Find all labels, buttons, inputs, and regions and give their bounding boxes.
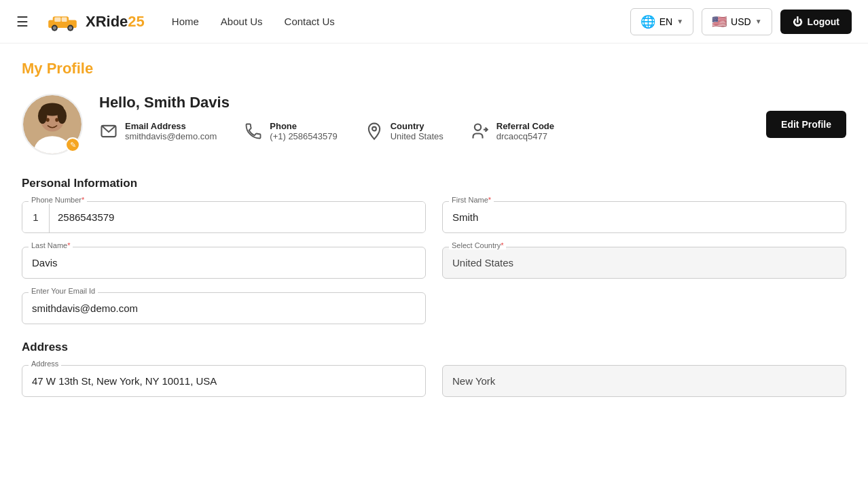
address-form-row: Address bbox=[22, 365, 846, 397]
navbar-actions: 🌐 EN ▼ 🇺🇸 USD ▼ ⏻ Logout bbox=[630, 8, 852, 35]
last-name-group: Last Name* bbox=[22, 247, 426, 279]
address-section: Address Address bbox=[22, 341, 846, 397]
currency-chevron-icon: ▼ bbox=[755, 18, 762, 25]
country-label: Country bbox=[391, 121, 444, 131]
profile-meta: Email Address smithdavis@demo.com Phone … bbox=[99, 121, 750, 141]
phone-label: Phone bbox=[270, 121, 337, 131]
email-meta-item: Email Address smithdavis@demo.com bbox=[99, 121, 217, 141]
country-value: United States bbox=[391, 131, 444, 141]
nav-links: Home About Us Contact Us bbox=[172, 16, 619, 27]
referral-meta-text: Referral Code drcaocq5477 bbox=[496, 121, 554, 141]
avatar-badge: ✎ bbox=[65, 137, 80, 152]
nav-about[interactable]: About Us bbox=[221, 16, 263, 27]
email-group: Enter Your Email Id bbox=[22, 292, 426, 324]
profile-name: Hello, Smith Davis bbox=[99, 94, 750, 111]
menu-icon[interactable]: ☰ bbox=[16, 14, 29, 30]
first-name-label: First Name* bbox=[449, 196, 494, 204]
email-field-label: Enter Your Email Id bbox=[29, 287, 98, 295]
phone-number-group: Phone Number* 1 bbox=[22, 201, 426, 233]
svg-point-7 bbox=[69, 26, 72, 29]
email-meta-text: Email Address smithdavis@demo.com bbox=[125, 121, 217, 141]
edit-profile-button[interactable]: Edit Profile bbox=[766, 111, 846, 138]
logo-car-icon bbox=[45, 12, 80, 32]
email-value: smithdavis@demo.com bbox=[125, 131, 217, 141]
currency-flag: 🇺🇸 bbox=[712, 14, 727, 29]
page-title: My Profile bbox=[22, 60, 846, 77]
email-icon bbox=[99, 122, 118, 141]
power-icon: ⏻ bbox=[793, 16, 802, 27]
personal-info-title: Personal Information bbox=[22, 177, 846, 190]
location-icon bbox=[365, 122, 384, 141]
form-row-1: Phone Number* 1 First Name* bbox=[22, 201, 846, 233]
referral-meta-item: Referral Code drcaocq5477 bbox=[471, 121, 554, 141]
address-label: Address bbox=[29, 360, 61, 368]
address-group: Address bbox=[22, 365, 426, 397]
phone-meta-text: Phone (+1) 2586543579 bbox=[270, 121, 337, 141]
email-input[interactable] bbox=[22, 292, 426, 324]
svg-point-14 bbox=[46, 118, 50, 122]
address-title: Address bbox=[22, 341, 846, 354]
referral-label: Referral Code bbox=[496, 121, 554, 131]
form-row-2: Last Name* Select Country* bbox=[22, 247, 846, 279]
city-group bbox=[442, 365, 846, 397]
address-input[interactable] bbox=[22, 365, 426, 397]
currency-label: USD bbox=[731, 16, 751, 27]
phone-number-label: Phone Number* bbox=[29, 196, 87, 204]
country-input[interactable] bbox=[442, 247, 846, 279]
select-country-label: Select Country* bbox=[449, 241, 506, 249]
last-name-label: Last Name* bbox=[29, 241, 73, 249]
page-content: My Profile bbox=[0, 44, 868, 430]
phone-prefix: 1 bbox=[22, 202, 50, 232]
logo-link[interactable]: XRide25 bbox=[45, 12, 145, 32]
phone-value: (+1) 2586543579 bbox=[270, 131, 337, 141]
logout-label: Logout bbox=[808, 16, 839, 27]
language-flag: 🌐 bbox=[640, 14, 655, 29]
svg-point-18 bbox=[475, 124, 481, 131]
language-label: EN bbox=[659, 16, 672, 27]
phone-input-row: 1 bbox=[22, 201, 426, 233]
svg-point-15 bbox=[55, 118, 58, 122]
svg-point-17 bbox=[372, 127, 376, 131]
avatar-wrap: ✎ bbox=[22, 94, 83, 155]
svg-rect-2 bbox=[54, 17, 60, 22]
logo-text: XRide25 bbox=[86, 13, 145, 31]
select-country-group: Select Country* bbox=[442, 247, 846, 279]
nav-contact[interactable]: Contact Us bbox=[285, 16, 335, 27]
city-input[interactable] bbox=[442, 365, 846, 397]
country-meta-item: Country United States bbox=[365, 121, 444, 141]
last-name-input[interactable] bbox=[22, 247, 426, 279]
currency-dropdown[interactable]: 🇺🇸 USD ▼ bbox=[702, 8, 772, 35]
profile-header: ✎ Hello, Smith Davis Email Address smith… bbox=[22, 94, 846, 155]
svg-point-12 bbox=[38, 108, 47, 124]
form-row-3: Enter Your Email Id bbox=[22, 292, 846, 324]
first-name-group: First Name* bbox=[442, 201, 846, 233]
svg-point-5 bbox=[53, 26, 56, 29]
svg-point-13 bbox=[58, 108, 67, 124]
referral-value: drcaocq5477 bbox=[496, 131, 554, 141]
email-label: Email Address bbox=[125, 121, 217, 131]
logout-button[interactable]: ⏻ Logout bbox=[780, 10, 852, 34]
phone-meta-item: Phone (+1) 2586543579 bbox=[244, 121, 337, 141]
svg-rect-3 bbox=[62, 17, 67, 22]
language-dropdown[interactable]: 🌐 EN ▼ bbox=[630, 8, 693, 35]
first-name-input[interactable] bbox=[442, 201, 846, 233]
phone-number-input[interactable] bbox=[50, 202, 425, 232]
referral-icon bbox=[471, 122, 490, 141]
language-chevron-icon: ▼ bbox=[676, 18, 683, 25]
navbar: ☰ XRide25 Home About Us Contact Us 🌐 EN … bbox=[0, 0, 868, 44]
phone-icon bbox=[244, 122, 263, 141]
profile-info: Hello, Smith Davis Email Address smithda… bbox=[99, 94, 750, 141]
personal-info-section: Personal Information Phone Number* 1 Fir… bbox=[22, 177, 846, 324]
nav-home[interactable]: Home bbox=[172, 16, 199, 27]
country-meta-text: Country United States bbox=[391, 121, 444, 141]
